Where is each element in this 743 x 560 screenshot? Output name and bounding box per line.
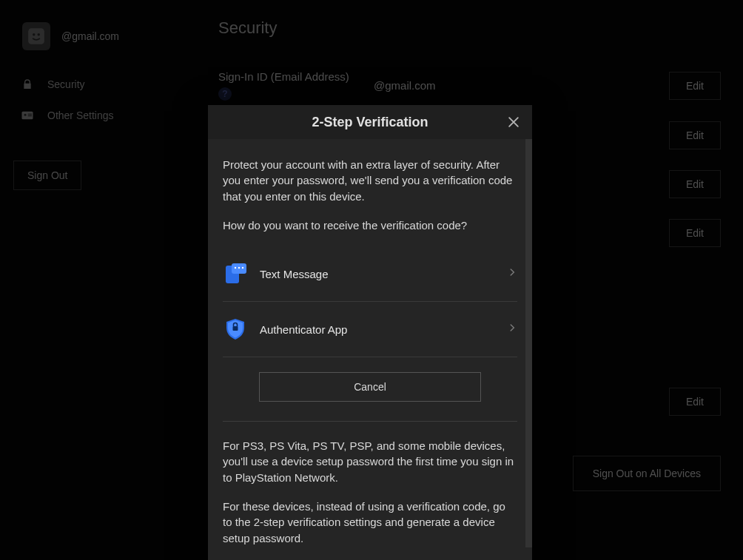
- svg-point-9: [235, 267, 236, 269]
- modal-body: Protect your account with an extra layer…: [208, 139, 532, 560]
- option-text-message[interactable]: Text Message: [223, 246, 517, 302]
- two-step-modal: 2-Step Verification Protect your account…: [208, 105, 532, 560]
- divider: [223, 421, 517, 422]
- text-message-icon: [223, 261, 248, 286]
- modal-title: 2-Step Verification: [312, 115, 428, 130]
- svg-point-10: [238, 267, 240, 269]
- svg-rect-12: [233, 326, 238, 331]
- modal-footer-text: For PS3, PS Vita, PS TV, PSP, and some m…: [223, 438, 517, 546]
- option-authenticator[interactable]: Authenticator App: [223, 302, 517, 357]
- chevron-right-icon: [507, 323, 517, 336]
- option-label: Authenticator App: [260, 323, 507, 336]
- svg-point-11: [242, 267, 243, 269]
- modal-intro: Protect your account with an extra layer…: [223, 157, 517, 233]
- modal-header: 2-Step Verification: [208, 105, 532, 139]
- shield-icon: [223, 317, 248, 342]
- option-label: Text Message: [260, 268, 507, 280]
- chevron-right-icon: [507, 267, 517, 280]
- close-icon[interactable]: [504, 112, 523, 132]
- cancel-button[interactable]: Cancel: [259, 372, 481, 402]
- scrollbar[interactable]: [525, 133, 532, 547]
